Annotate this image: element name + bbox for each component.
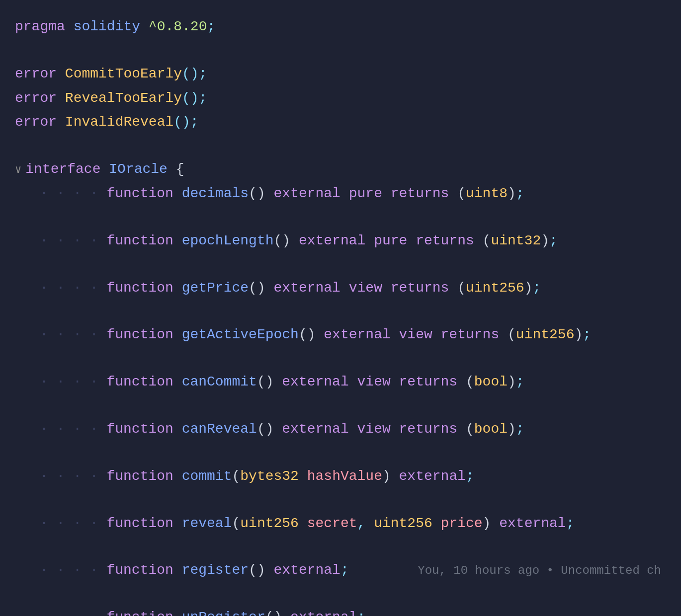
- kw-external-getprice: external: [265, 277, 340, 300]
- indent-dots: · · · ·: [40, 183, 106, 205]
- indent-dots-8: · · · ·: [40, 513, 106, 535]
- line-empty-5: [0, 300, 681, 323]
- kw-returns-getactiveepoch: returns: [432, 324, 508, 346]
- kw-pure-epoch: pure: [365, 230, 407, 252]
- kw-view-getprice: view: [340, 277, 382, 300]
- param-secret: secret: [299, 513, 357, 535]
- type-uint256-price: uint256: [374, 513, 432, 535]
- line-fn-commit: · · · · function commit(bytes32 hashValu…: [0, 464, 681, 489]
- open-paren-commit: (: [232, 465, 240, 488]
- fn-reveal: reveal: [182, 513, 232, 535]
- keyword-pragma: pragma: [15, 16, 74, 38]
- open-paren-epoch: (: [483, 230, 491, 252]
- line-fn-unregister: · · · · function unRegister() external;: [0, 606, 681, 616]
- semi-decimals: ;: [516, 183, 524, 205]
- fn-decimals: decimals: [182, 183, 249, 205]
- kw-view-getactiveepoch: view: [391, 324, 432, 346]
- line-empty-2: [0, 135, 681, 157]
- semi-commit: ;: [466, 465, 474, 488]
- kw-external-reveal: external: [491, 513, 566, 535]
- line-error-1: error CommitTooEarly();: [0, 62, 681, 86]
- line-empty-4: [0, 253, 681, 276]
- error-reveal-too-early: RevealTooEarly: [65, 87, 182, 110]
- fn-register: register: [182, 559, 249, 582]
- error-invalid-reveal: InvalidReveal: [65, 111, 173, 134]
- parens-semi-2: ();: [182, 87, 207, 110]
- parens-getactiveepoch: (): [299, 324, 316, 346]
- type-bool-canreveal: bool: [474, 418, 508, 441]
- semi-getactiveepoch: ;: [583, 324, 591, 346]
- open-paren-getactiveepoch: (: [508, 324, 516, 346]
- open-paren-getprice: (: [457, 277, 466, 300]
- kw-view-canreveal: view: [349, 418, 391, 441]
- open-paren-cancommit: (: [466, 371, 474, 393]
- semi-unregister: ;: [357, 607, 366, 616]
- kw-function-unregister: function: [106, 607, 181, 616]
- line-error-3: error InvalidReveal();: [0, 110, 681, 135]
- indent-dots-9: · · · ·: [40, 559, 106, 582]
- version-value: ^0.8.20: [149, 16, 207, 38]
- indent-dots-10: · · · ·: [40, 607, 106, 616]
- parens-getprice: (): [249, 277, 265, 300]
- kw-external-cancommit: external: [274, 371, 349, 393]
- line-empty-7: [0, 394, 681, 417]
- indent-dots-5: · · · ·: [40, 371, 106, 393]
- keyword-interface: interface: [25, 158, 109, 181]
- fn-commit: commit: [182, 465, 232, 488]
- semi-reveal: ;: [566, 513, 575, 535]
- open-paren-canreveal: (: [466, 418, 474, 441]
- chevron-down-icon[interactable]: ∨: [15, 161, 21, 179]
- interface-ioracle: IOracle: [109, 158, 175, 181]
- kw-function-epoch: function: [106, 230, 181, 252]
- error-commit-too-early: CommitTooEarly: [65, 63, 182, 85]
- kw-function-decimals: function: [106, 183, 181, 205]
- semi-canreveal: ;: [516, 418, 524, 441]
- keyword-error: error: [15, 63, 65, 85]
- semi-epoch: ;: [549, 230, 558, 252]
- indent-dots-7: · · · ·: [40, 465, 106, 488]
- type-uint256-secret: uint256: [240, 513, 299, 535]
- semi-register: ;: [340, 559, 349, 582]
- parens-semi-3: ();: [173, 111, 198, 134]
- open-paren-reveal: (: [232, 513, 240, 535]
- indent-dots-3: · · · ·: [40, 277, 106, 300]
- line-fn-reveal: · · · · function reveal(uint256 secret, …: [0, 512, 681, 536]
- line-fn-getactiveepoch: · · · · function getActiveEpoch() extern…: [0, 323, 681, 347]
- param-price: price: [432, 513, 483, 535]
- line-fn-getprice: · · · · function getPrice() external vie…: [0, 276, 681, 301]
- kw-function-canreveal: function: [106, 418, 181, 441]
- kw-function-commit: function: [106, 465, 181, 488]
- line-empty-3: [0, 206, 681, 229]
- close-paren-decimals: ): [508, 183, 516, 205]
- close-paren-reveal: ): [483, 513, 491, 535]
- keyword-error-3: error: [15, 111, 65, 134]
- line-empty-6: [0, 347, 681, 370]
- line-fn-canreveal: · · · · function canReveal() external vi…: [0, 417, 681, 442]
- keyword-solidity: solidity: [74, 16, 149, 38]
- line-empty-8: [0, 442, 681, 464]
- kw-function-getprice: function: [106, 277, 181, 300]
- line-interface: ∨interface IOracle {: [0, 157, 681, 182]
- kw-function-getactiveepoch: function: [106, 324, 181, 346]
- type-uint256-epoch: uint256: [516, 324, 575, 346]
- kw-external-canreveal: external: [274, 418, 349, 441]
- line-pragma: pragma solidity ^0.8.20;: [0, 15, 681, 39]
- indent-dots-2: · · · ·: [40, 230, 106, 252]
- parens-semi: ();: [182, 63, 207, 85]
- semicolon: ;: [207, 16, 215, 38]
- kw-returns-decimals: returns: [382, 183, 457, 205]
- line-empty-1: [0, 39, 681, 62]
- parens-epoch: (): [274, 230, 291, 252]
- kw-returns-canreveal: returns: [391, 418, 466, 441]
- parens-canreveal: (): [257, 418, 274, 441]
- line-empty-11: [0, 583, 681, 606]
- kw-returns-epoch: returns: [407, 230, 482, 252]
- kw-returns-cancommit: returns: [391, 371, 466, 393]
- parens-unregister: (): [265, 607, 282, 616]
- line-fn-decimals: · · · · function decimals() external pur…: [0, 182, 681, 206]
- kw-view-cancommit: view: [349, 371, 391, 393]
- close-paren-commit: ): [382, 465, 391, 488]
- kw-returns-getprice: returns: [382, 277, 457, 300]
- close-paren-getactiveepoch: ): [574, 324, 583, 346]
- close-paren-cancommit: ): [508, 371, 516, 393]
